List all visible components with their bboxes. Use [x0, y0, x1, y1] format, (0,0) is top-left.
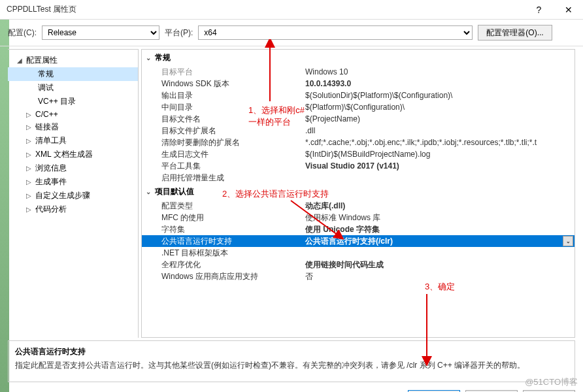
property-label: 平台工具集	[142, 161, 305, 172]
property-row[interactable]: 中间目录$(Platform)\$(Configuration)\	[142, 101, 575, 113]
property-value[interactable]: Windows 10	[305, 67, 575, 76]
window-title: CPPDLLTest 属性页	[7, 4, 76, 15]
close-button[interactable]: ✕	[554, 0, 583, 20]
description-title: 公共语言运行时支持	[15, 346, 568, 357]
property-value[interactable]: 否	[305, 271, 575, 282]
platform-select[interactable]: x64	[198, 25, 473, 40]
tree-item-debug[interactable]: 调试	[8, 81, 138, 95]
property-value[interactable]: 10.0.14393.0	[305, 79, 575, 88]
collapse-icon: ▷	[26, 178, 33, 186]
property-value[interactable]: $(SolutionDir)$(Platform)\$(Configuratio…	[305, 91, 575, 100]
tree-item-linker[interactable]: ▷链接器	[8, 120, 138, 134]
property-value[interactable]: 公共语言运行时支持(/clr)⌄	[305, 236, 575, 247]
collapse-icon: ▷	[26, 123, 33, 131]
section-defaults[interactable]: ⌄项目默认值	[142, 184, 575, 200]
property-row[interactable]: Windows SDK 版本10.0.14393.0	[142, 78, 575, 90]
platform-label: 平台(P):	[165, 27, 193, 39]
property-label: Windows SDK 版本	[142, 78, 305, 90]
tree-item-buildevents[interactable]: ▷生成事件	[8, 175, 138, 189]
collapse-icon: ▷	[26, 192, 33, 199]
property-value[interactable]: $(ProjectName)	[305, 114, 575, 123]
collapse-icon: ▷	[26, 151, 33, 158]
property-row[interactable]: 字符集使用 Unicode 字符集	[142, 223, 575, 235]
property-label: 配置类型	[142, 201, 305, 212]
property-value[interactable]: Visual Studio 2017 (v141)	[305, 161, 575, 171]
property-label: 目标文件扩展名	[142, 125, 305, 137]
watermark: @51CTO博客	[525, 376, 578, 388]
property-label: 字符集	[142, 224, 305, 235]
property-value[interactable]: 使用标准 Windows 库	[305, 212, 575, 223]
property-row[interactable]: .NET 目标框架版本	[142, 247, 575, 259]
property-label: 中间目录	[142, 102, 305, 113]
tree-item-browse[interactable]: ▷浏览信息	[8, 161, 138, 175]
property-row[interactable]: 目标文件名$(ProjectName)	[142, 113, 575, 125]
tree-item-vcdirs[interactable]: VC++ 目录	[8, 95, 138, 108]
property-value[interactable]: $(IntDir)$(MSBuildProjectName).log	[305, 150, 575, 159]
titlebar: CPPDLLTest 属性页 ? ✕	[0, 0, 583, 20]
property-row[interactable]: 清除时要删除的扩展名*.cdf;*.cache;*.obj;*.obj.enc;…	[142, 137, 575, 148]
collapse-icon: ▷	[26, 206, 33, 213]
property-value[interactable]: $(Platform)\$(Configuration)\	[305, 103, 575, 112]
collapse-icon: ⌄	[146, 54, 152, 61]
property-value[interactable]: .dll	[305, 126, 575, 135]
property-row[interactable]: 公共语言运行时支持公共语言运行时支持(/clr)⌄	[142, 235, 575, 247]
property-row[interactable]: 全程序优化使用链接时间代码生成	[142, 259, 575, 270]
property-label: 全程序优化	[142, 259, 305, 270]
property-row[interactable]: MFC 的使用使用标准 Windows 库	[142, 212, 575, 223]
property-label: 生成日志文件	[142, 149, 305, 160]
property-row[interactable]: 输出目录$(SolutionDir)$(Platform)\$(Configur…	[142, 90, 575, 101]
section-general[interactable]: ⌄常规	[142, 50, 575, 66]
toolbar: 配置(C): Release 平台(P): x64 配置管理器(O)...	[0, 20, 583, 46]
tree-item-cpp[interactable]: ▷C/C++	[8, 108, 138, 120]
property-row[interactable]: 目标文件扩展名.dll	[142, 125, 575, 137]
property-row[interactable]: 平台工具集Visual Studio 2017 (v141)	[142, 160, 575, 172]
help-button[interactable]: ?	[524, 0, 554, 20]
property-label: 公共语言运行时支持	[142, 236, 305, 247]
property-row[interactable]: 配置类型动态库(.dll)	[142, 200, 575, 212]
window-controls: ? ✕	[524, 0, 583, 20]
property-label: MFC 的使用	[142, 212, 305, 223]
collapse-icon: ▷	[26, 165, 33, 172]
config-manager-button[interactable]: 配置管理器(O)...	[478, 25, 552, 41]
property-label: 清除时要删除的扩展名	[142, 137, 305, 148]
collapse-icon: ▷	[26, 111, 33, 118]
dropdown-icon[interactable]: ⌄	[563, 236, 573, 246]
property-label: 输出目录	[142, 90, 305, 101]
property-row[interactable]: 生成日志文件$(IntDir)$(MSBuildProjectName).log	[142, 148, 575, 160]
dialog-footer: 确定 取消 应用(A)	[0, 387, 583, 392]
tree-item-manifest[interactable]: ▷清单工具	[8, 134, 138, 148]
tree-item-codeanalysis[interactable]: ▷代码分析	[8, 203, 138, 216]
property-label: .NET 目标框架版本	[142, 248, 305, 259]
property-label: 启用托管增量生成	[142, 172, 305, 184]
config-label: 配置(C):	[8, 27, 37, 39]
property-grid[interactable]: ⌄常规 目标平台Windows 10Windows SDK 版本10.0.143…	[141, 49, 575, 338]
description-text: 指定此配置是否支持公共语言运行时。这与其他某些设置(例如运行时检查)不兼容。有关…	[15, 360, 568, 371]
property-value[interactable]: 动态库(.dll)	[305, 201, 575, 212]
property-value[interactable]: 使用 Unicode 字符集	[305, 224, 575, 235]
description-panel: 公共语言运行时支持 指定此配置是否支持公共语言运行时。这与其他某些设置(例如运行…	[8, 340, 575, 382]
property-value[interactable]: 使用链接时间代码生成	[305, 259, 575, 270]
property-label: Windows 应用商店应用支持	[142, 271, 305, 282]
property-row[interactable]: 目标平台Windows 10	[142, 66, 575, 78]
property-value[interactable]: *.cdf;*.cache;*.obj;*.obj.enc;*.ilk;*.ip…	[305, 138, 575, 147]
property-row[interactable]: Windows 应用商店应用支持否	[142, 270, 575, 282]
property-row[interactable]: 启用托管增量生成	[142, 172, 575, 184]
property-label: 目标文件名	[142, 114, 305, 125]
tree-item-custombuild[interactable]: ▷自定义生成步骤	[8, 189, 138, 203]
tree-root[interactable]: ◢配置属性	[8, 54, 138, 67]
sidebar-tree[interactable]: ◢配置属性 常规 调试 VC++ 目录 ▷C/C++ ▷链接器 ▷清单工具 ▷X…	[8, 49, 139, 338]
expand-icon: ◢	[17, 57, 24, 64]
property-label: 目标平台	[142, 67, 305, 78]
config-select[interactable]: Release	[42, 25, 159, 40]
tree-item-general[interactable]: 常规	[8, 67, 138, 81]
tree-item-xmldoc[interactable]: ▷XML 文档生成器	[8, 148, 138, 161]
collapse-icon: ⌄	[146, 188, 152, 195]
collapse-icon: ▷	[26, 137, 33, 144]
